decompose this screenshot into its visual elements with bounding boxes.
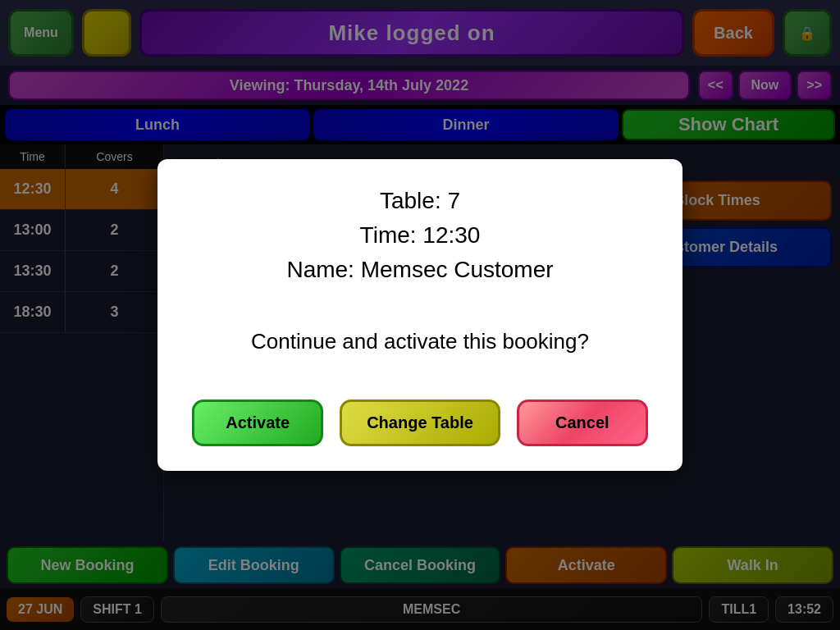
modal-table: Table: 7 <box>286 184 553 218</box>
modal-name: Name: Memsec Customer <box>286 253 553 287</box>
modal-overlay: Table: 7 Time: 12:30 Name: Memsec Custom… <box>0 0 840 630</box>
modal-time: Time: 12:30 <box>286 218 553 253</box>
modal-activate-button[interactable]: Activate <box>192 399 323 446</box>
modal-info: Table: 7 Time: 12:30 Name: Memsec Custom… <box>286 184 553 287</box>
modal-change-table-button[interactable]: Change Table <box>340 399 500 446</box>
modal-dialog: Table: 7 Time: 12:30 Name: Memsec Custom… <box>158 159 682 471</box>
modal-buttons: Activate Change Table Cancel <box>192 399 648 446</box>
modal-question: Continue and activate this booking? <box>251 329 589 354</box>
modal-cancel-button[interactable]: Cancel <box>517 399 648 446</box>
